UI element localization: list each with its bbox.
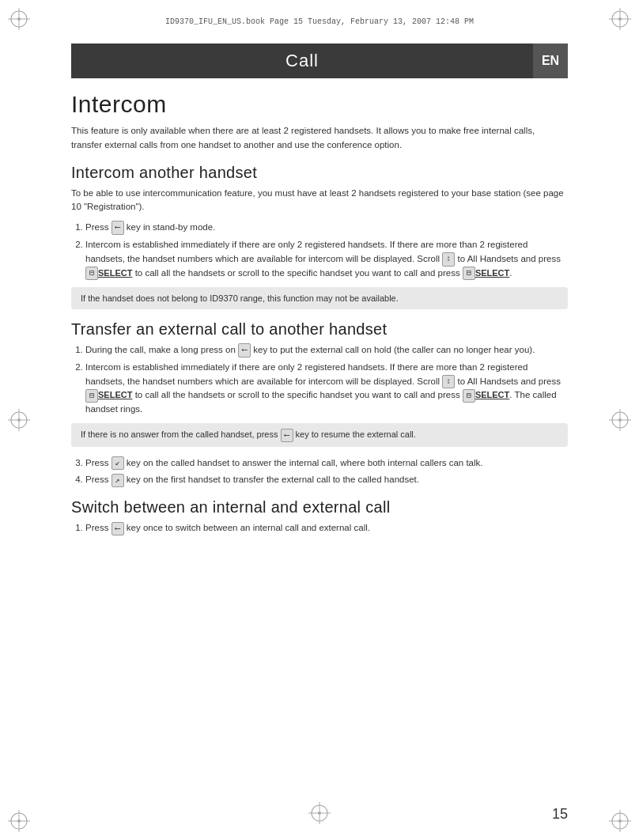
list-item-text: Intercom is established immediately if t… [85, 362, 561, 414]
section1-heading: Intercom another handset [71, 164, 568, 182]
svg-point-23 [618, 418, 622, 422]
section2-list-continued: Press ↙ key on the called handset to ans… [85, 456, 568, 488]
list-item: Press ⟵ key once to switch between an in… [85, 521, 568, 535]
intro-paragraph: This feature is only available when ther… [71, 124, 568, 153]
section3-heading: Switch between an internal and external … [71, 498, 568, 516]
select-label: SELECT [98, 268, 132, 278]
list-item-text: Press ⟵ key in stand-by mode. [85, 222, 215, 232]
page: ID9370_IFU_EN_US.book Page 15 Tuesday, F… [0, 0, 639, 840]
svg-point-27 [318, 812, 321, 815]
select-key-icon: ⊟ [85, 267, 98, 281]
list-item: During the call, make a long press on ⟵ … [85, 343, 568, 358]
page-heading: Intercom [71, 91, 568, 118]
list-item: Press ⟵ key in stand-by mode. [85, 221, 568, 235]
header-bar: Call EN [71, 44, 568, 78]
list-item: Intercom is established immediately if t… [85, 361, 568, 417]
key-icon-answer: ↙ [112, 456, 124, 471]
meta-line: ID9370_IFU_EN_US.book Page 15 Tuesday, F… [165, 17, 474, 26]
svg-point-19 [17, 418, 21, 422]
crosshair-bottom-right [609, 810, 631, 832]
list-item-text: Press ⟵ key once to switch between an in… [85, 523, 370, 532]
select-key-icon4: ⊟ [463, 389, 475, 403]
list-item-text: Intercom is established immediately if t… [85, 240, 561, 278]
section-switch-calls: Switch between an internal and external … [71, 498, 568, 535]
page-number: 15 [552, 806, 568, 823]
section1-note: If the handset does not belong to ID9370… [71, 287, 568, 310]
list-item-text: Press ↗ key on the first handset to tran… [85, 475, 419, 484]
crosshair-mid-right [609, 409, 631, 431]
main-content: Intercom This feature is only available … [71, 91, 568, 793]
section1-intro: To be able to use intercommunication fea… [71, 187, 568, 215]
section3-list: Press ⟵ key once to switch between an in… [85, 521, 568, 535]
svg-point-3 [17, 17, 21, 21]
scroll-icon: ↕ [442, 252, 455, 267]
section2-list: During the call, make a long press on ⟵ … [85, 343, 568, 417]
list-item-text: During the call, make a long press on ⟵ … [85, 345, 535, 354]
list-item: Intercom is established immediately if t… [85, 238, 568, 280]
select-key-icon3: ⊟ [85, 389, 98, 403]
crosshair-top-right [609, 8, 631, 30]
crosshair-bottom-left [8, 810, 30, 832]
list-item: Press ↙ key on the called handset to ans… [85, 456, 568, 471]
svg-point-7 [618, 17, 622, 21]
list-item: Press ↗ key on the first handset to tran… [85, 473, 568, 487]
crosshair-bottom-center [308, 802, 331, 824]
svg-point-11 [17, 819, 21, 823]
select-label3: SELECT [98, 390, 132, 399]
key-icon-resume: ⟵ [281, 429, 293, 442]
key-icon-transfer: ↗ [112, 474, 124, 488]
list-item-text: Press ↙ key on the called handset to ans… [85, 458, 483, 467]
note-text: If there is no answer from the called ha… [81, 429, 416, 439]
select-label2: SELECT [475, 268, 509, 278]
scroll-icon2: ↕ [442, 375, 455, 389]
section-intercom-another-handset: Intercom another handset To be able to u… [71, 164, 568, 309]
key-icon-switch: ⟵ [112, 522, 124, 536]
svg-point-15 [618, 819, 622, 823]
language-badge: EN [533, 44, 568, 78]
select-label4: SELECT [475, 390, 509, 399]
key-icon-call: ⟵ [238, 343, 251, 358]
section2-heading: Transfer an external call to another han… [71, 320, 568, 339]
section2-note: If there is no answer from the called ha… [71, 423, 568, 447]
key-icon: ⟵ [112, 221, 124, 235]
crosshair-mid-left [8, 409, 30, 431]
crosshair-top-left [8, 8, 30, 30]
header-title: Call [285, 51, 319, 70]
section-transfer-external-call: Transfer an external call to another han… [71, 320, 568, 487]
section1-list: Press ⟵ key in stand-by mode. Intercom i… [85, 221, 568, 280]
select-key-icon2: ⊟ [463, 267, 475, 281]
